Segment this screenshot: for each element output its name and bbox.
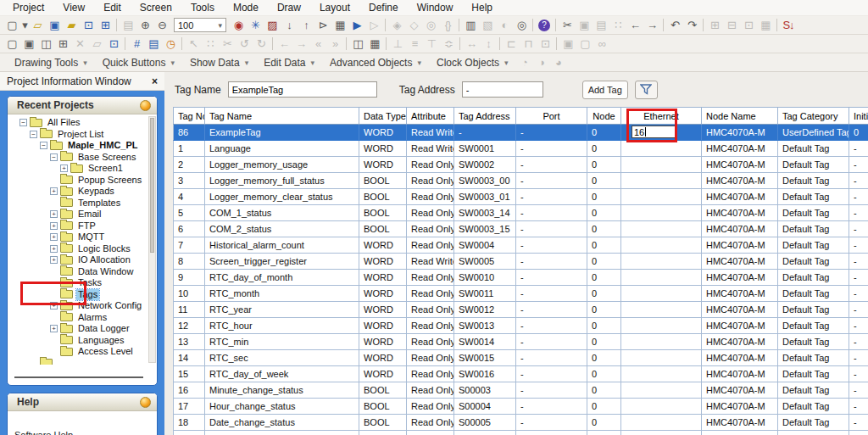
group-objects-button[interactable]: ▣	[559, 36, 576, 52]
pan-tool-button[interactable]: ◇	[405, 18, 422, 33]
table-row-16[interactable]: 16Minute_change_statusBOOLRead OnlyS0000…	[173, 382, 868, 399]
delete-screen-button[interactable]: ✕	[71, 36, 88, 52]
touch-test-button[interactable]: ◐	[496, 18, 513, 33]
screen-properties-button[interactable]: ▣	[20, 36, 37, 52]
tag-cross-reference-button[interactable]: S↓	[780, 18, 797, 33]
add-tag-button[interactable]: Add Tag	[582, 81, 628, 99]
expand-toggle-icon[interactable]: +	[60, 165, 68, 172]
find-binoculars-button[interactable]: ∞	[593, 36, 610, 52]
distribute-horizontal-button[interactable]: ↔	[463, 36, 480, 52]
upload-from-device-button[interactable]: ↑	[298, 18, 314, 33]
expand-toggle-icon[interactable]: +	[50, 302, 58, 310]
tree-item-logic-blocks[interactable]: +Logic Blocks	[8, 243, 157, 255]
tree-item-email[interactable]: +Email	[8, 209, 157, 220]
tree-item-item[interactable]	[8, 358, 157, 365]
expand-toggle-icon[interactable]: +	[50, 325, 58, 332]
software-help-link[interactable]: Software Help	[14, 430, 73, 435]
tree-item-keypads[interactable]: +Keypads	[8, 186, 157, 198]
objectbar-menu-edit-data[interactable]: Edit Data▾	[256, 57, 322, 69]
objectbar-menu-clock-objects[interactable]: Clock Objects▾	[429, 57, 516, 69]
grid-toggle-button[interactable]: ⊞	[706, 18, 723, 33]
collapse-toggle-icon[interactable]: −	[40, 142, 47, 149]
tree-item-popup-screens[interactable]: Popup Screens	[8, 175, 157, 187]
zoom-out-button[interactable]: ⊖	[153, 18, 170, 33]
cut-object-button[interactable]: ✂	[219, 36, 236, 52]
display-manager-button[interactable]: ⊡	[80, 18, 97, 33]
tree-item-languages[interactable]: Languages	[8, 335, 157, 347]
collapse-toggle-icon[interactable]: −	[50, 153, 58, 161]
table-row-1[interactable]: 1LanguageWORDRead WriteSW0001-0HMC4070A-…	[173, 141, 868, 157]
expand-toggle-icon[interactable]: +	[50, 187, 58, 195]
same-width-button[interactable]: ⊏	[503, 36, 520, 52]
align-center-button[interactable]: ≎	[440, 36, 457, 52]
menu-draw[interactable]: Draw	[268, 0, 310, 15]
new-project-button[interactable]: ▢	[3, 18, 20, 33]
object-style-2-button[interactable]: ◑	[533, 55, 550, 70]
tree-item-alarms[interactable]: Alarms	[8, 312, 157, 324]
table-row-7[interactable]: 7Historical_alarm_countWORDRead OnlySW00…	[173, 237, 868, 254]
table-row-11[interactable]: 11RTC_yearWORDRead OnlySW0012-0HMC4070A-…	[173, 302, 868, 318]
tree-item-tags[interactable]: Tags	[8, 289, 157, 301]
expand-toggle-icon[interactable]: +	[50, 256, 58, 264]
select-pointer-button[interactable]: ↖	[185, 36, 202, 52]
table-row-10[interactable]: 10RTC_monthWORDRead OnlySW0011-0HMC4070A…	[173, 286, 868, 302]
column-header-tag-address[interactable]: Tag Address	[454, 108, 516, 125]
expand-toggle-icon[interactable]: +	[50, 245, 58, 253]
collapse-ball-icon[interactable]	[140, 100, 151, 111]
tag-name-input[interactable]	[228, 81, 377, 98]
menu-edit[interactable]: Edit	[94, 0, 131, 15]
grid-settings-button[interactable]: ⊡	[740, 18, 757, 33]
undo-button[interactable]: ↶	[666, 18, 683, 33]
align-middle-button[interactable]: ≡	[406, 36, 423, 52]
column-header-ethernet[interactable]: Ethernet	[621, 108, 702, 125]
table-row-17[interactable]: 17Hour_change_statusBOOLRead OnlyS00004-…	[173, 399, 868, 415]
print-button[interactable]: ▤	[120, 18, 136, 33]
bracket-tool-button[interactable]: {}	[439, 18, 456, 33]
table-row-15[interactable]: 15RTC_day_of_weekWORDRead OnlySW0016-0HM…	[173, 366, 868, 382]
menu-project[interactable]: Project	[3, 0, 53, 15]
find-object-button[interactable]: ∷	[202, 36, 219, 52]
tile-windows-button[interactable]: ▦	[366, 36, 383, 52]
menu-window[interactable]: Window	[408, 0, 463, 15]
tag-address-input[interactable]	[462, 81, 543, 98]
tree-item-base-screens[interactable]: −Base Screens	[8, 152, 157, 164]
tree-item-all-files[interactable]: −All Files	[8, 117, 157, 129]
menu-view[interactable]: View	[53, 0, 94, 15]
collapse-toggle-icon[interactable]: −	[30, 131, 37, 138]
tree-item-tasks[interactable]: Tasks	[8, 277, 157, 289]
table-row-2[interactable]: 2Logger_memory_usageWORDRead OnlySW0002-…	[173, 157, 868, 173]
object-list-button[interactable]: ▥	[462, 18, 479, 33]
align-top-button[interactable]: ⊤	[423, 36, 440, 52]
ungroup-objects-button[interactable]: ▢	[576, 36, 593, 52]
object-style-1-button[interactable]: ◔	[516, 55, 533, 70]
tree-item-io-allocation[interactable]: +IO Allocation	[8, 254, 157, 266]
last-screen-button[interactable]: »	[326, 36, 343, 52]
tree-item-network-config[interactable]: +Network Config	[8, 300, 157, 312]
table-row-6[interactable]: 6COM_2_statusBOOLRead OnlySW0003_15-0HMC…	[173, 221, 868, 237]
screen-window-button[interactable]: ⊡	[105, 36, 122, 52]
menu-screen[interactable]: Screen	[131, 0, 181, 15]
rotate-right-button[interactable]: ↻	[253, 36, 270, 52]
probe-tool-button[interactable]: ◎	[422, 18, 439, 33]
table-row-19[interactable]: 19Month_change_statusBOOLRead OnlyS00006…	[173, 431, 868, 435]
tree-item-maple-hmc-pl[interactable]: −Maple_HMC_PL	[8, 140, 157, 152]
first-screen-button[interactable]: «	[309, 36, 326, 52]
duplicate-screen-button[interactable]: ◫	[37, 36, 54, 52]
simulate-button[interactable]: ▶	[348, 18, 365, 33]
table-row-8[interactable]: 8Screen_trigger_registerWORDRead WriteSW…	[173, 254, 868, 270]
expand-toggle-icon[interactable]: +	[50, 210, 58, 218]
table-row-4[interactable]: 4Logger_memory_clear_statusBOOLRead Only…	[173, 189, 868, 205]
save-project-button[interactable]: ▣	[46, 18, 63, 33]
rotate-left-button[interactable]: ↺	[236, 36, 253, 52]
ethernet-value-input[interactable]: 16	[632, 125, 677, 138]
export-data-button[interactable]: ⊳	[314, 18, 331, 33]
menu-mode[interactable]: Mode	[224, 0, 268, 15]
same-size-button[interactable]: ⊡	[537, 36, 554, 52]
tree-item-templates[interactable]: Templates	[8, 198, 157, 209]
filter-button[interactable]	[635, 81, 658, 99]
nav-back-button[interactable]: ←	[626, 18, 643, 33]
run-mode-button[interactable]: ◈	[388, 18, 405, 33]
help-button[interactable]: ?	[536, 18, 553, 33]
prev-screen-button[interactable]: ←	[275, 36, 292, 52]
project-folder-button[interactable]: ▰	[63, 18, 80, 33]
